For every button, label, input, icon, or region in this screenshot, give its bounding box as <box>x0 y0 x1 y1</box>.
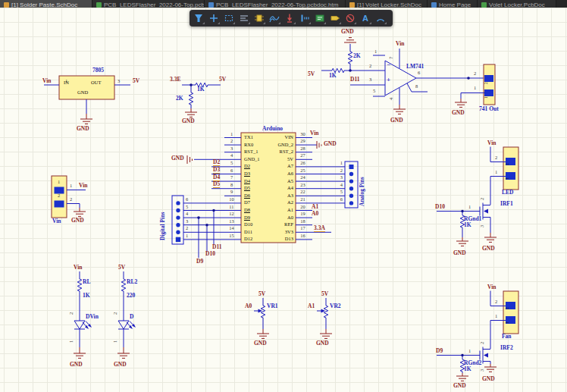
place-wire-icon[interactable] <box>267 11 282 26</box>
power-port-gnd[interactable]: GND <box>182 118 195 124</box>
net-label-d9[interactable]: D9 <box>436 348 443 354</box>
resistor-value[interactable]: 1K <box>464 366 471 372</box>
resistor-designator[interactable]: RL2 <box>127 279 137 285</box>
tab-label: PCB_LEDSFlasher_2022-06-Top.pcbdoc <box>104 2 205 8</box>
net-label-vin[interactable]: Vin <box>42 78 51 84</box>
pot-designator[interactable]: VR2 <box>330 303 341 309</box>
net-label-a1[interactable]: A1 <box>308 303 315 309</box>
power-port-gnd[interactable]: GND <box>114 362 127 368</box>
resistor-value[interactable]: 2K <box>353 53 361 59</box>
connector-label[interactable]: LED <box>502 190 513 196</box>
tab-volet-locker-pcbdoc[interactable]: Volet Locker.PcbDoc <box>478 0 556 8</box>
power-port-gnd[interactable]: GND <box>324 141 337 147</box>
place-port-icon[interactable] <box>327 11 343 26</box>
connector-label[interactable]: Digital Pins <box>160 212 166 240</box>
place-text-icon[interactable]: A <box>358 11 373 26</box>
tab-home-page[interactable]: Home Page <box>428 0 478 8</box>
pcb-doc-icon <box>96 2 102 8</box>
power-port-gnd[interactable]: GND <box>453 250 466 256</box>
connector-label[interactable]: Analog Pins <box>359 177 365 206</box>
tab-pcb-ledsflasher-pcbdoc-htm[interactable]: PCB_LEDSFlasher_2022-06-Top.pcbdoc.htm <box>205 0 346 8</box>
net-label-5v[interactable]: 5V <box>321 291 328 297</box>
power-port-gnd[interactable]: GND <box>482 376 495 382</box>
schematic-canvas[interactable]: 7805 Vin 1 IN OUT GND 3 5V GND 3.3E 5V 1… <box>0 0 567 392</box>
net-label-vin[interactable]: Vin <box>74 265 82 271</box>
pin-number: 3 <box>225 146 238 151</box>
power-port-gnd[interactable]: GND <box>71 218 84 224</box>
net-label-d11[interactable]: D11 <box>350 77 360 83</box>
pin-number: 2 <box>479 198 484 200</box>
pin-number: 29 <box>296 138 309 143</box>
connector-label[interactable]: 741 Out <box>479 106 499 112</box>
pot-designator[interactable]: VR1 <box>267 303 278 309</box>
connector-label[interactable]: Fan <box>502 334 512 340</box>
power-port-gnd[interactable]: GND <box>453 383 466 389</box>
net-label-33e[interactable]: 3.3E <box>170 77 180 83</box>
resistor-value[interactable]: 2K <box>176 96 183 102</box>
net-label-d11[interactable]: D11 <box>212 244 222 250</box>
pin-name: A6 <box>258 171 293 176</box>
led-designator[interactable]: D <box>130 314 133 320</box>
resistor-designator[interactable]: RL <box>83 279 90 285</box>
place-power-port-icon[interactable] <box>282 11 297 26</box>
power-port-gnd[interactable]: GND <box>452 110 465 116</box>
net-label-5v[interactable]: 5V <box>258 291 265 297</box>
align-icon[interactable] <box>237 11 252 26</box>
resistor-value[interactable]: 1K <box>197 86 205 93</box>
net-label-vin[interactable]: Vin <box>79 183 87 189</box>
net-label-5v[interactable]: 5V <box>219 77 226 83</box>
led-driver-irf1[interactable] <box>437 147 518 246</box>
pin-number: 18 <box>296 218 309 224</box>
net-label-33a[interactable]: 3.3A <box>314 225 325 232</box>
net-label-a1[interactable]: A1 <box>312 204 318 210</box>
net-label-a0[interactable]: A0 <box>312 211 318 217</box>
net-label-d10[interactable]: D10 <box>435 204 445 210</box>
filter-icon[interactable] <box>191 11 206 26</box>
net-label-vin[interactable]: Vin <box>396 41 404 47</box>
net-label-a0[interactable]: A0 <box>245 303 252 309</box>
net-label-5v[interactable]: 5V <box>308 71 315 77</box>
resistor-value[interactable]: 220 <box>127 293 135 299</box>
mosfet-designator[interactable]: IRF1 <box>500 201 513 207</box>
power-port-gnd[interactable]: GND <box>70 362 83 368</box>
place-bus-icon[interactable] <box>297 11 312 26</box>
net-label-5v[interactable]: 5V <box>118 265 125 271</box>
pin-number: 1 <box>70 183 72 188</box>
power-port-gnd[interactable]: GND <box>254 340 267 347</box>
net-label-d3[interactable]: D3 <box>213 167 220 174</box>
resistor-value[interactable]: 1K <box>83 293 90 299</box>
tab-pcb-ledsflasher-pcbdoc[interactable]: PCB_LEDSFlasher_2022-06-Top.pcbdoc <box>92 0 205 8</box>
net-label-vin[interactable]: Vin <box>487 140 496 146</box>
net-label-vin[interactable]: Vin <box>310 130 318 136</box>
place-arc-icon[interactable] <box>373 11 388 26</box>
pin-name: A1 <box>258 207 293 212</box>
resistor-value[interactable]: 1K <box>464 222 471 228</box>
net-label-d10[interactable]: D10 <box>205 251 215 257</box>
net-label-5v[interactable]: 5V <box>133 78 139 84</box>
place-no-erc-icon[interactable] <box>343 11 358 26</box>
selection-rect-icon[interactable] <box>221 11 237 26</box>
power-port-gnd[interactable]: GND <box>390 118 403 124</box>
tab-volet-locker-schdoc[interactable]: [1] Volet Locker.SchDoc <box>346 0 428 8</box>
power-port-gnd[interactable]: GND <box>341 29 354 35</box>
net-label-vin[interactable]: Vin <box>487 284 496 290</box>
net-label-d5[interactable]: D5 <box>213 181 220 188</box>
place-sheet-symbol-icon[interactable] <box>312 11 327 26</box>
resistor-value[interactable]: 1K <box>329 73 337 79</box>
arduino-title[interactable]: Arduino <box>262 126 283 132</box>
power-port-gnd[interactable]: GND <box>77 126 89 132</box>
pcb-doc-icon <box>481 2 487 8</box>
mosfet-designator[interactable]: IRF2 <box>500 345 513 351</box>
tab-solder-paste-schdoc[interactable]: [1] Solder Paste.SchDoc <box>0 0 92 8</box>
place-part-icon[interactable] <box>252 11 267 26</box>
regulator-designator[interactable]: 7805 <box>92 67 104 74</box>
cross-select-icon[interactable] <box>206 11 221 26</box>
power-port-gnd[interactable]: GND <box>316 340 329 347</box>
net-label-d9[interactable]: D9 <box>196 259 203 265</box>
connector-label[interactable]: Vin <box>52 218 61 224</box>
net-label-d2[interactable]: D2 <box>213 159 220 166</box>
power-port-gnd[interactable]: GND <box>482 246 495 252</box>
opamp-designator[interactable]: LM741 <box>406 64 424 70</box>
led-designator[interactable]: DVin <box>86 314 99 320</box>
power-port-gnd[interactable]: GND <box>171 155 184 162</box>
